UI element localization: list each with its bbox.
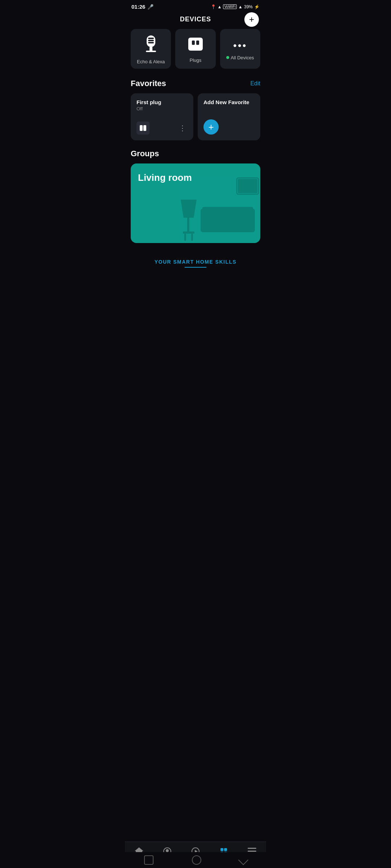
living-room-name: Living room <box>138 172 253 183</box>
svg-rect-14 <box>202 207 253 214</box>
svg-rect-18 <box>184 234 186 241</box>
svg-rect-33 <box>248 848 256 849</box>
plus-icon: + <box>249 14 254 25</box>
plugs-label: Plugs <box>190 58 202 63</box>
svg-rect-1 <box>148 38 154 39</box>
favorites-section-header: Favorites Edit <box>125 76 266 93</box>
online-indicator <box>226 56 229 59</box>
svg-rect-8 <box>196 41 199 45</box>
status-time: 01:26 <box>131 4 145 10</box>
plugs-icon <box>188 37 203 54</box>
sys-back-button[interactable] <box>144 855 154 865</box>
svg-rect-15 <box>187 218 189 232</box>
svg-rect-34 <box>248 851 256 852</box>
mic-icon: 🎤 <box>147 4 154 10</box>
plug-toggle-icon[interactable] <box>136 122 150 135</box>
echo-alexa-label: Echo & Alexa <box>137 59 165 64</box>
favorites-title: Favorites <box>131 79 166 88</box>
wifi-icon: ▲ <box>218 4 222 9</box>
first-plug-controls: ⋮ <box>136 122 188 135</box>
skills-section: YOUR SMART HOME SKILLS <box>125 250 266 273</box>
svg-rect-5 <box>146 51 156 52</box>
add-favorite-card[interactable]: Add New Favorite + <box>198 93 260 140</box>
svg-rect-7 <box>192 41 195 45</box>
first-plug-status: Off <box>136 106 188 111</box>
svg-rect-19 <box>191 234 193 241</box>
sys-recents-button[interactable] <box>238 855 248 865</box>
status-bar: 01:26 🎤 📍 ▲ VoWiFi ▲ 39% ⚡ <box>125 0 266 12</box>
page-title: DEVICES <box>180 16 211 23</box>
svg-rect-10 <box>143 125 146 131</box>
sys-home-button[interactable] <box>192 855 201 865</box>
favorites-grid: First plug Off ⋮ Add New Favorite + <box>125 93 266 149</box>
echo-alexa-card[interactable]: Echo & Alexa <box>131 29 171 69</box>
battery-icon: ⚡ <box>254 4 260 9</box>
skills-title: YOUR SMART HOME SKILLS <box>131 259 260 265</box>
groups-section: Groups Living room <box>125 149 266 250</box>
svg-point-26 <box>166 849 169 852</box>
svg-rect-17 <box>183 231 194 234</box>
vowifi-icon: VoWiFi <box>223 4 237 9</box>
svg-rect-2 <box>148 40 154 41</box>
skills-underline <box>185 267 206 268</box>
add-favorite-label: Add New Favorite <box>203 99 255 105</box>
plus-icon: + <box>208 122 214 133</box>
living-room-card[interactable]: Living room <box>131 163 260 243</box>
svg-rect-30 <box>224 848 227 851</box>
page-header: DEVICES + <box>125 12 266 29</box>
battery-text: 39% <box>244 4 253 9</box>
svg-rect-6 <box>188 38 203 51</box>
echo-icon <box>144 35 158 55</box>
signal-icon: ▲ <box>238 4 243 9</box>
location-icon: 📍 <box>211 4 216 9</box>
edit-favorites-button[interactable]: Edit <box>250 80 260 87</box>
all-devices-icon: ••• <box>233 40 247 51</box>
category-grid: Echo & Alexa Plugs ••• All Devices <box>125 29 266 76</box>
groups-title: Groups <box>131 149 260 158</box>
svg-rect-9 <box>140 125 143 131</box>
first-plug-info: First plug Off <box>136 99 188 111</box>
first-plug-name: First plug <box>136 99 188 105</box>
svg-rect-4 <box>150 47 152 51</box>
system-nav-bar <box>125 852 266 868</box>
svg-marker-16 <box>181 200 197 218</box>
plugs-card[interactable]: Plugs <box>175 29 215 69</box>
add-favorite-plus-button[interactable]: + <box>203 119 219 135</box>
status-icons: 📍 ▲ VoWiFi ▲ 39% ⚡ <box>211 4 260 9</box>
first-plug-options-button[interactable]: ⋮ <box>177 122 188 134</box>
first-plug-card[interactable]: First plug Off ⋮ <box>131 93 193 140</box>
svg-rect-29 <box>220 848 223 851</box>
all-devices-label: All Devices <box>226 55 254 60</box>
svg-rect-3 <box>148 42 154 43</box>
svg-marker-23 <box>135 847 143 851</box>
add-device-button[interactable]: + <box>244 12 259 27</box>
all-devices-card[interactable]: ••• All Devices <box>220 29 260 69</box>
